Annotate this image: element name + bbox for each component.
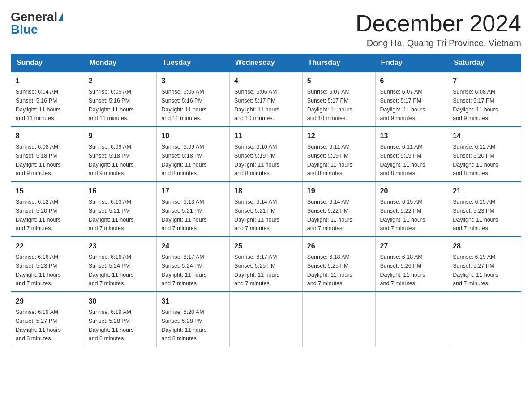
table-row: 15 Sunrise: 6:12 AMSunset: 5:20 PMDaylig… xyxy=(11,182,84,237)
day-number: 12 xyxy=(307,131,371,141)
table-row: 6 Sunrise: 6:07 AMSunset: 5:17 PMDayligh… xyxy=(375,72,448,127)
table-row: 9 Sunrise: 6:09 AMSunset: 5:18 PMDayligh… xyxy=(84,127,157,182)
day-number: 19 xyxy=(307,186,371,197)
day-info: Sunrise: 6:05 AMSunset: 5:16 PMDaylight:… xyxy=(89,89,134,121)
day-info: Sunrise: 6:16 AMSunset: 5:23 PMDaylight:… xyxy=(16,254,61,287)
table-row: 1 Sunrise: 6:04 AMSunset: 5:16 PMDayligh… xyxy=(11,72,84,127)
logo-blue-text: Blue xyxy=(11,23,38,36)
table-row: 26 Sunrise: 6:18 AMSunset: 5:25 PMDaylig… xyxy=(302,237,375,292)
day-number: 31 xyxy=(161,296,225,307)
calendar-table: Sunday Monday Tuesday Wednesday Thursday… xyxy=(11,54,521,347)
table-row: 24 Sunrise: 6:17 AMSunset: 5:24 PMDaylig… xyxy=(157,237,230,292)
calendar-header-row: Sunday Monday Tuesday Wednesday Thursday… xyxy=(11,54,521,72)
day-number: 14 xyxy=(453,131,516,141)
day-number: 2 xyxy=(89,76,152,86)
day-number: 28 xyxy=(453,241,516,252)
page-header: General Blue December 2024 Dong Ha, Quan… xyxy=(11,11,521,48)
day-number: 10 xyxy=(161,131,225,141)
day-info: Sunrise: 6:08 AMSunset: 5:17 PMDaylight:… xyxy=(453,89,498,121)
day-number: 4 xyxy=(234,76,298,86)
day-info: Sunrise: 6:12 AMSunset: 5:20 PMDaylight:… xyxy=(453,144,498,176)
day-number: 9 xyxy=(89,131,152,141)
day-number: 7 xyxy=(453,76,516,86)
table-row: 28 Sunrise: 6:19 AMSunset: 5:27 PMDaylig… xyxy=(448,237,521,292)
table-row xyxy=(375,292,448,347)
table-row: 22 Sunrise: 6:16 AMSunset: 5:23 PMDaylig… xyxy=(11,237,84,292)
day-info: Sunrise: 6:20 AMSunset: 5:28 PMDaylight:… xyxy=(161,309,206,342)
month-title: December 2024 xyxy=(356,11,521,36)
day-number: 24 xyxy=(161,241,225,252)
day-number: 23 xyxy=(89,241,152,252)
day-info: Sunrise: 6:10 AMSunset: 5:19 PMDaylight:… xyxy=(234,144,279,176)
logo-general-text: General xyxy=(11,11,57,23)
calendar-week-2: 8 Sunrise: 6:08 AMSunset: 5:18 PMDayligh… xyxy=(11,127,521,182)
calendar-week-5: 29 Sunrise: 6:19 AMSunset: 5:27 PMDaylig… xyxy=(11,292,521,347)
day-number: 17 xyxy=(161,186,225,197)
header-friday: Friday xyxy=(375,54,448,72)
day-info: Sunrise: 6:11 AMSunset: 5:19 PMDaylight:… xyxy=(307,144,352,176)
header-sunday: Sunday xyxy=(11,54,84,72)
day-number: 27 xyxy=(380,241,444,252)
calendar-week-1: 1 Sunrise: 6:04 AMSunset: 5:16 PMDayligh… xyxy=(11,72,521,127)
day-info: Sunrise: 6:14 AMSunset: 5:21 PMDaylight:… xyxy=(234,199,279,231)
table-row: 12 Sunrise: 6:11 AMSunset: 5:19 PMDaylig… xyxy=(302,127,375,182)
day-info: Sunrise: 6:05 AMSunset: 5:16 PMDaylight:… xyxy=(161,89,206,121)
day-info: Sunrise: 6:19 AMSunset: 5:27 PMDaylight:… xyxy=(453,254,498,287)
table-row: 2 Sunrise: 6:05 AMSunset: 5:16 PMDayligh… xyxy=(84,72,157,127)
day-info: Sunrise: 6:13 AMSunset: 5:21 PMDaylight:… xyxy=(89,199,134,231)
table-row xyxy=(302,292,375,347)
day-info: Sunrise: 6:15 AMSunset: 5:23 PMDaylight:… xyxy=(453,199,498,231)
day-number: 5 xyxy=(307,76,371,86)
day-info: Sunrise: 6:12 AMSunset: 5:20 PMDaylight:… xyxy=(16,199,61,231)
header-saturday: Saturday xyxy=(448,54,521,72)
header-wednesday: Wednesday xyxy=(230,54,303,72)
day-info: Sunrise: 6:17 AMSunset: 5:25 PMDaylight:… xyxy=(234,254,279,287)
location-text: Dong Ha, Quang Tri Province, Vietnam xyxy=(356,38,521,48)
table-row: 3 Sunrise: 6:05 AMSunset: 5:16 PMDayligh… xyxy=(157,72,230,127)
table-row: 29 Sunrise: 6:19 AMSunset: 5:27 PMDaylig… xyxy=(11,292,84,347)
table-row: 7 Sunrise: 6:08 AMSunset: 5:17 PMDayligh… xyxy=(448,72,521,127)
table-row: 23 Sunrise: 6:16 AMSunset: 5:24 PMDaylig… xyxy=(84,237,157,292)
day-info: Sunrise: 6:17 AMSunset: 5:24 PMDaylight:… xyxy=(161,254,206,287)
title-block: December 2024 Dong Ha, Quang Tri Provinc… xyxy=(356,11,521,48)
table-row: 19 Sunrise: 6:14 AMSunset: 5:22 PMDaylig… xyxy=(302,182,375,237)
calendar-week-4: 22 Sunrise: 6:16 AMSunset: 5:23 PMDaylig… xyxy=(11,237,521,292)
day-info: Sunrise: 6:19 AMSunset: 5:27 PMDaylight:… xyxy=(16,309,61,342)
day-info: Sunrise: 6:09 AMSunset: 5:18 PMDaylight:… xyxy=(161,144,206,176)
day-number: 29 xyxy=(16,296,79,307)
day-number: 13 xyxy=(380,131,444,141)
table-row: 11 Sunrise: 6:10 AMSunset: 5:19 PMDaylig… xyxy=(230,127,303,182)
day-number: 26 xyxy=(307,241,371,252)
day-info: Sunrise: 6:09 AMSunset: 5:18 PMDaylight:… xyxy=(89,144,134,176)
day-number: 22 xyxy=(16,241,79,252)
table-row: 14 Sunrise: 6:12 AMSunset: 5:20 PMDaylig… xyxy=(448,127,521,182)
table-row: 27 Sunrise: 6:18 AMSunset: 5:26 PMDaylig… xyxy=(375,237,448,292)
day-number: 11 xyxy=(234,131,298,141)
logo: General Blue xyxy=(11,11,63,36)
day-number: 8 xyxy=(16,131,79,141)
day-number: 1 xyxy=(16,76,79,86)
day-info: Sunrise: 6:06 AMSunset: 5:17 PMDaylight:… xyxy=(234,89,279,121)
day-number: 21 xyxy=(453,186,516,197)
table-row: 18 Sunrise: 6:14 AMSunset: 5:21 PMDaylig… xyxy=(230,182,303,237)
table-row: 5 Sunrise: 6:07 AMSunset: 5:17 PMDayligh… xyxy=(302,72,375,127)
day-info: Sunrise: 6:18 AMSunset: 5:25 PMDaylight:… xyxy=(307,254,352,287)
day-info: Sunrise: 6:15 AMSunset: 5:22 PMDaylight:… xyxy=(380,199,425,231)
table-row xyxy=(230,292,303,347)
day-info: Sunrise: 6:08 AMSunset: 5:18 PMDaylight:… xyxy=(16,144,61,176)
day-number: 18 xyxy=(234,186,298,197)
day-info: Sunrise: 6:07 AMSunset: 5:17 PMDaylight:… xyxy=(307,89,352,121)
table-row xyxy=(448,292,521,347)
day-number: 30 xyxy=(89,296,152,307)
day-info: Sunrise: 6:18 AMSunset: 5:26 PMDaylight:… xyxy=(380,254,425,287)
table-row: 21 Sunrise: 6:15 AMSunset: 5:23 PMDaylig… xyxy=(448,182,521,237)
table-row: 25 Sunrise: 6:17 AMSunset: 5:25 PMDaylig… xyxy=(230,237,303,292)
day-info: Sunrise: 6:07 AMSunset: 5:17 PMDaylight:… xyxy=(380,89,425,121)
table-row: 8 Sunrise: 6:08 AMSunset: 5:18 PMDayligh… xyxy=(11,127,84,182)
table-row: 4 Sunrise: 6:06 AMSunset: 5:17 PMDayligh… xyxy=(230,72,303,127)
header-monday: Monday xyxy=(84,54,157,72)
day-info: Sunrise: 6:04 AMSunset: 5:16 PMDaylight:… xyxy=(16,89,61,121)
day-info: Sunrise: 6:14 AMSunset: 5:22 PMDaylight:… xyxy=(307,199,352,231)
day-info: Sunrise: 6:19 AMSunset: 5:28 PMDaylight:… xyxy=(89,309,134,342)
day-number: 16 xyxy=(89,186,152,197)
